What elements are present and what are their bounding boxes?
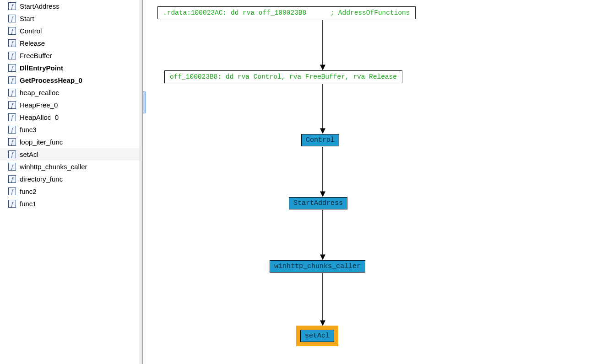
function-icon: f [8,39,16,47]
graph-node-setacl-selected[interactable]: setAcl [296,326,338,346]
function-item-loop_iter_func[interactable]: floop_iter_func [0,136,140,148]
function-item-directory_func[interactable]: fdirectory_func [0,173,140,185]
function-label: StartAddress [20,2,60,10]
function-label: winhttp_chunks_caller [20,163,87,171]
function-icon: f [8,187,16,195]
functions-list: fStartAddressfStartfControlfReleasefFree… [0,0,140,210]
function-icon: f [8,101,16,109]
function-item-winhttp_chunks_caller[interactable]: fwinhttp_chunks_caller [0,161,140,173]
function-label: func1 [20,200,37,208]
function-item-setAcl[interactable]: fsetAcl [0,148,140,161]
function-icon: f [8,113,16,121]
function-icon: f [8,126,16,134]
function-icon: f [8,89,16,96]
function-icon: f [8,200,16,208]
function-icon: f [8,52,16,59]
function-item-DllEntryPoint[interactable]: fDllEntryPoint [0,62,140,74]
function-item-StartAddress[interactable]: fStartAddress [0,0,140,12]
function-item-HeapFree_0[interactable]: fHeapFree_0 [0,99,140,111]
function-item-Start[interactable]: fStart [0,12,140,25]
function-label: HeapFree_0 [20,101,58,109]
function-item-func1[interactable]: ffunc1 [0,198,140,210]
function-item-Release[interactable]: fRelease [0,37,140,49]
graph-node-off[interactable]: off_100023B8: dd rva Control, rva FreeBu… [164,70,402,83]
function-label: DllEntryPoint [20,64,63,72]
function-label: directory_func [20,175,63,183]
function-icon: f [8,138,16,146]
graph-node-setacl[interactable]: setAcl [300,330,334,342]
graph-node-control[interactable]: Control [301,134,339,146]
function-label: Release [20,39,45,47]
function-label: Start [20,15,34,22]
function-label: setAcl [20,150,38,158]
functions-panel[interactable]: fStartAddressfStartfControlfReleasefFree… [0,0,140,364]
function-icon: f [8,163,16,171]
function-label: Control [20,27,42,35]
function-label: HeapAlloc_0 [20,113,59,121]
function-label: loop_iter_func [20,138,63,146]
function-label: FreeBuffer [20,52,52,59]
function-icon: f [8,76,16,84]
function-item-heap_realloc[interactable]: fheap_realloc [0,86,140,99]
graph-node-winhttp-chunks-caller[interactable]: winhttp_chunks_caller [270,260,365,273]
function-item-Control[interactable]: fControl [0,25,140,37]
function-icon: f [8,64,16,72]
function-item-GetProcessHeap_0[interactable]: fGetProcessHeap_0 [0,74,140,86]
function-item-func2[interactable]: ffunc2 [0,185,140,198]
panel-collapse-handle[interactable] [143,91,146,113]
function-item-HeapAlloc_0[interactable]: fHeapAlloc_0 [0,111,140,123]
function-label: func2 [20,187,37,195]
function-icon: f [8,15,16,22]
function-label: heap_realloc [20,89,59,96]
function-item-FreeBuffer[interactable]: fFreeBuffer [0,49,140,62]
function-item-func3[interactable]: ffunc3 [0,123,140,136]
graph-node-startaddress[interactable]: StartAddress [289,197,347,209]
function-icon: f [8,27,16,35]
graph-view[interactable]: .rdata:100023AC: dd rva off_100023B8 ; A… [142,0,596,364]
function-icon: f [8,2,16,10]
function-label: func3 [20,126,37,134]
graph-node-rdata[interactable]: .rdata:100023AC: dd rva off_100023B8 ; A… [157,6,416,19]
function-icon: f [8,150,16,158]
graph-arrows [143,0,596,364]
function-icon: f [8,175,16,183]
function-label: GetProcessHeap_0 [20,76,82,84]
